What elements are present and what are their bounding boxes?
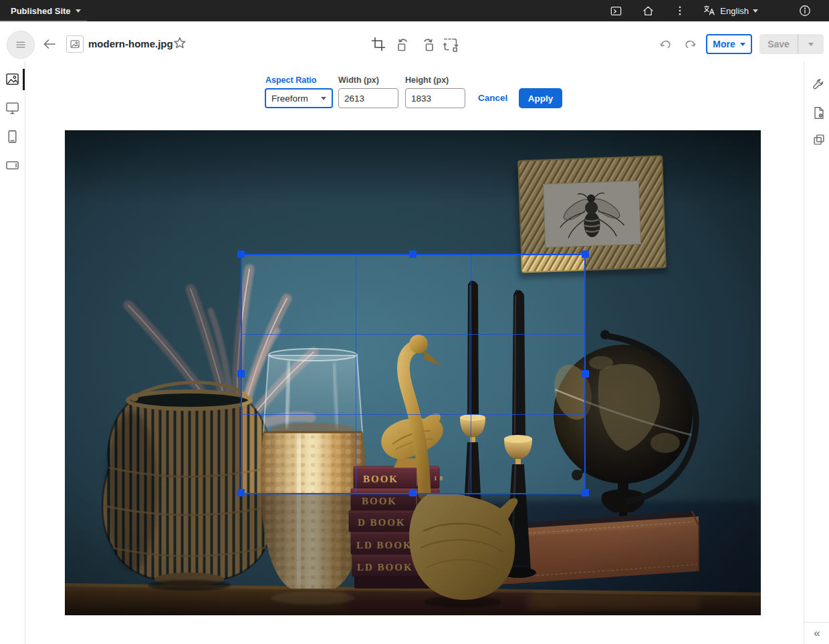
height-label: Height (px) (405, 75, 449, 85)
redo-button[interactable] (683, 37, 697, 51)
save-split-button: Save (759, 34, 824, 54)
chevron-down-icon (808, 43, 814, 46)
right-rail: « (804, 61, 829, 644)
crop-handle-bottom-left[interactable] (237, 489, 245, 496)
more-actions-button[interactable] (664, 0, 696, 21)
aspect-ratio-select[interactable]: Freeform (265, 88, 333, 108)
open-app-button[interactable] (600, 0, 632, 21)
crop-handle-left[interactable] (237, 370, 245, 377)
rail-item-properties[interactable] (812, 77, 828, 94)
back-button[interactable] (41, 36, 57, 52)
home-icon (642, 5, 655, 17)
width-input[interactable] (338, 88, 398, 108)
translate-icon (703, 4, 716, 17)
redo-icon (683, 37, 697, 51)
image-icon (5, 71, 20, 87)
cancel-button[interactable]: Cancel (478, 93, 507, 103)
more-button-label: More (713, 39, 735, 49)
crop-grid-line (471, 255, 471, 493)
hamburger-icon (15, 39, 27, 51)
chevron-down-icon (753, 9, 758, 13)
crop-grid-line (242, 334, 584, 335)
app-window: Published Site English (0, 0, 829, 644)
language-label: English (720, 6, 749, 16)
chevron-down-icon (321, 97, 326, 100)
crop-selection[interactable] (241, 254, 586, 494)
chevron-down-icon (76, 9, 81, 13)
crop-handle-top[interactable] (409, 251, 417, 258)
info-icon (798, 4, 812, 17)
top-bar-actions: English (600, 0, 829, 21)
left-rail (0, 61, 25, 644)
more-button[interactable]: More (706, 34, 752, 54)
rail-item-page-preview[interactable] (812, 106, 828, 122)
active-rail-indicator (23, 69, 25, 90)
site-switcher[interactable]: Published Site (11, 6, 81, 16)
crop-grid-line (242, 414, 584, 415)
width-label: Width (px) (338, 75, 379, 85)
rail-item-desktop-preview[interactable] (5, 100, 21, 116)
crop-handle-top-right[interactable] (582, 251, 589, 258)
crop-controls-bar: Aspect Ratio Width (px) Height (px) Free… (0, 61, 829, 115)
page-title: modern-home.jpg (88, 38, 173, 49)
crop-icon (370, 36, 386, 52)
crop-handle-bottom[interactable] (409, 489, 417, 496)
image-thumb-icon (70, 39, 80, 49)
crop-handle-top-left[interactable] (237, 251, 245, 258)
more-vertical-icon (674, 5, 686, 17)
back-arrow-icon (41, 36, 57, 52)
star-icon (172, 36, 187, 51)
collapse-panel-button[interactable]: « (804, 622, 829, 644)
apply-button[interactable]: Apply (519, 88, 562, 108)
rotate-right-button[interactable] (420, 36, 436, 52)
asset-toolbar: modern-home.jpg More Save (0, 21, 829, 61)
crop-grid-line (356, 255, 356, 493)
asset-type-badge (66, 35, 84, 53)
main-menu-button[interactable] (7, 31, 35, 59)
save-options-button[interactable] (798, 34, 824, 54)
image-canvas: BOOK W 18 BOOK F 7 D BOOK B 2 (65, 130, 761, 615)
language-selector[interactable]: English (696, 4, 765, 17)
info-button[interactable] (789, 0, 821, 21)
home-button[interactable] (632, 0, 664, 21)
copies-icon (812, 132, 826, 147)
crop-handle-bottom-right[interactable] (582, 489, 589, 496)
tablet-landscape-icon (5, 158, 20, 173)
wrench-icon (812, 77, 826, 92)
crop-handle-right[interactable] (582, 370, 589, 377)
favorite-button[interactable] (172, 36, 187, 51)
page-preview-icon (812, 106, 826, 120)
crop-tool-button[interactable] (370, 36, 386, 52)
aspect-ratio-value: Freeform (271, 94, 308, 104)
chevron-down-icon (740, 43, 745, 46)
rail-item-image-view[interactable] (5, 71, 21, 88)
resize-icon (443, 36, 459, 52)
undo-icon (659, 37, 673, 51)
top-bar: Published Site English (0, 0, 829, 21)
save-button[interactable]: Save (759, 34, 798, 54)
rail-item-copies[interactable] (812, 132, 828, 148)
site-switcher-label: Published Site (11, 6, 71, 16)
resize-button[interactable] (443, 36, 459, 52)
collapse-chevrons-icon: « (814, 627, 820, 640)
undo-button[interactable] (659, 37, 673, 51)
rail-item-tablet-preview[interactable] (5, 129, 21, 145)
open-app-icon (610, 5, 622, 17)
tablet-portrait-icon (5, 129, 20, 144)
monitor-icon (5, 100, 20, 116)
aspect-ratio-label: Aspect Ratio (265, 75, 316, 85)
height-input[interactable] (405, 88, 465, 108)
rotate-left-button[interactable] (395, 36, 411, 52)
rail-item-mobile-landscape-preview[interactable] (5, 158, 21, 174)
rotate-left-icon (395, 36, 411, 52)
rotate-right-icon (420, 36, 436, 52)
